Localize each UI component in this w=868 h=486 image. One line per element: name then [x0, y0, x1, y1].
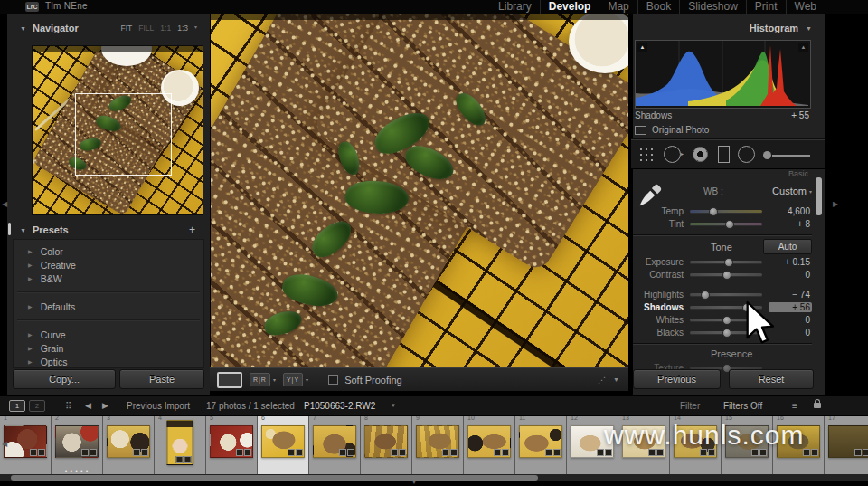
right-panel-scrollbar[interactable] [816, 177, 822, 215]
slider-knob[interactable] [722, 329, 731, 338]
preset-item[interactable]: ▶ Creative [14, 258, 203, 272]
module-tab[interactable]: Library [490, 0, 540, 14]
zoom-fit[interactable]: FIT [121, 24, 133, 33]
thumbnail-image[interactable] [364, 425, 408, 458]
filmstrip-thumbnail[interactable]: 7 [309, 415, 361, 474]
thumbnail-image[interactable] [4, 425, 47, 458]
filmstrip-thumbnail[interactable]: 1 [0, 415, 52, 474]
zoom-ratio[interactable]: 1:3 [177, 24, 188, 33]
chevron-right-icon[interactable]: ▶ [28, 345, 33, 351]
previous-photo-icon[interactable]: ◀ [85, 401, 91, 410]
filmstrip-thumbnail[interactable]: 2 • • • • • [52, 415, 103, 474]
thumbnail-image[interactable] [828, 425, 868, 458]
histogram[interactable]: ▲ ▲ [635, 40, 811, 109]
collapse-right-panel-icon[interactable]: ▶ [833, 200, 838, 208]
reference-view-dropdown-icon[interactable]: ▾ [273, 376, 276, 383]
filmstrip-thumbnail[interactable]: 3 [103, 415, 155, 474]
navigator-preview[interactable] [32, 45, 203, 215]
slider-value[interactable]: − 74 [769, 290, 812, 300]
thumbnail-image[interactable] [467, 425, 511, 458]
filename-dropdown-icon[interactable]: ▼ [391, 403, 396, 408]
graduated-filter-icon[interactable] [718, 146, 730, 163]
filmstrip-thumbnail[interactable]: 8 [361, 415, 412, 474]
preset-item[interactable]: ▶ Color [14, 244, 203, 258]
navigator-header[interactable]: ▼ Navigator FIT FILL 1:1 1:3 ▾ [20, 23, 203, 33]
thumbnail-image[interactable] [107, 425, 150, 458]
thumbnail-image[interactable] [313, 425, 356, 458]
add-preset-button[interactable]: + [189, 224, 203, 236]
collapse-navigator-icon[interactable]: ▼ [20, 25, 26, 32]
slider-knob[interactable] [722, 271, 731, 280]
loupe-view-icon[interactable] [217, 372, 242, 388]
histogram-header[interactable]: Histogram ▼ [633, 23, 812, 33]
next-photo-icon[interactable]: ▶ [102, 401, 108, 410]
filmstrip-scrollbar[interactable] [0, 474, 868, 481]
zoom-ratio-dropdown-icon[interactable]: ▾ [194, 24, 197, 33]
chevron-right-icon[interactable]: ▶ [28, 275, 33, 281]
left-panel-scrollbar[interactable] [8, 223, 11, 235]
red-eye-icon[interactable] [693, 147, 708, 162]
slider-track[interactable] [690, 223, 762, 225]
filmstrip-scrollbar-thumb[interactable] [11, 475, 538, 481]
shadow-clipping-indicator[interactable]: ▲ [637, 43, 647, 52]
slider-value[interactable]: 0 [769, 270, 812, 280]
secondary-monitor-button[interactable]: 2 [29, 400, 45, 412]
thumbnail-image[interactable] [210, 425, 253, 458]
filmstrip-thumbnail[interactable]: 17 [825, 415, 868, 474]
preset-item[interactable]: ▶ Grain [14, 341, 203, 355]
thumbnail-image[interactable] [167, 420, 193, 465]
slider-knob[interactable] [709, 207, 718, 216]
preset-item[interactable]: ▶ Optics [14, 355, 203, 368]
navigator-zoom-rectangle[interactable] [75, 93, 172, 176]
chevron-right-icon[interactable]: ▶ [28, 303, 33, 310]
adjustment-brush-slider[interactable] [772, 155, 810, 157]
filmstrip-thumbnail[interactable]: 6 [258, 415, 309, 474]
preset-item[interactable]: ▶ Curve [14, 328, 203, 341]
collapse-presets-icon[interactable]: ▼ [20, 227, 26, 233]
hide-filmstrip-icon[interactable]: ▼ [411, 480, 417, 485]
slider-value[interactable]: 4,600 [769, 206, 812, 216]
zoom-1-1[interactable]: 1:1 [160, 24, 171, 33]
reference-view-icon[interactable]: R|R [250, 373, 270, 386]
slider-knob[interactable] [724, 258, 733, 267]
thumbnail-image[interactable] [416, 425, 459, 458]
slider-knob[interactable] [722, 316, 731, 325]
crop-overlay-icon[interactable] [638, 147, 655, 161]
primary-monitor-button[interactable]: 1 [9, 400, 25, 412]
slider-knob[interactable] [725, 220, 734, 229]
module-tab[interactable]: Develop [540, 0, 599, 14]
copy-button[interactable]: Copy... [13, 369, 116, 389]
module-tab[interactable]: Book [637, 0, 679, 14]
reset-button[interactable]: Reset [729, 369, 814, 389]
radial-filter-icon[interactable] [738, 146, 755, 163]
module-tab[interactable]: Print [746, 0, 786, 14]
auto-tone-button[interactable]: Auto [763, 239, 812, 254]
thumbnail-image[interactable] [261, 425, 305, 458]
preset-item[interactable]: ▶ Defaults [14, 300, 203, 313]
soft-proofing-checkbox[interactable] [328, 375, 338, 385]
paste-button[interactable]: Paste [119, 369, 204, 389]
slider-track[interactable] [690, 261, 762, 263]
highlight-clipping-indicator[interactable]: ▲ [798, 43, 808, 52]
filmstrip-thumbnail[interactable]: 10 [464, 415, 515, 474]
chevron-right-icon[interactable]: ▶ [28, 248, 33, 254]
module-tab[interactable]: Slideshow [679, 0, 746, 14]
slider-value[interactable]: + 8 [769, 219, 812, 229]
presets-header[interactable]: ▼ Presets + [20, 224, 203, 236]
filmstrip-scroll-left-icon[interactable]: ◀ [2, 440, 7, 448]
chevron-right-icon[interactable]: ▶ [28, 331, 33, 338]
before-after-dropdown-icon[interactable]: ▾ [306, 376, 308, 383]
filmstrip-thumbnail[interactable]: 9 [412, 415, 464, 474]
filmstrip-thumbnail[interactable]: 4 [155, 415, 206, 474]
preset-item[interactable]: ▶ B&W [14, 272, 203, 285]
zoom-fill[interactable]: FILL [138, 24, 154, 33]
slider-track[interactable] [690, 210, 762, 213]
toolbar-options-icon[interactable]: ⋰ [598, 376, 606, 385]
wb-dropdown-icon[interactable]: ▾ [809, 188, 812, 195]
thumbnail-image[interactable] [55, 425, 99, 458]
spot-removal-icon[interactable] [664, 146, 681, 163]
chevron-right-icon[interactable]: ▶ [28, 262, 33, 268]
collapse-left-panel-icon[interactable]: ◀ [2, 200, 7, 208]
chevron-right-icon[interactable]: ▶ [28, 358, 33, 365]
module-tab[interactable]: Map [599, 0, 637, 14]
